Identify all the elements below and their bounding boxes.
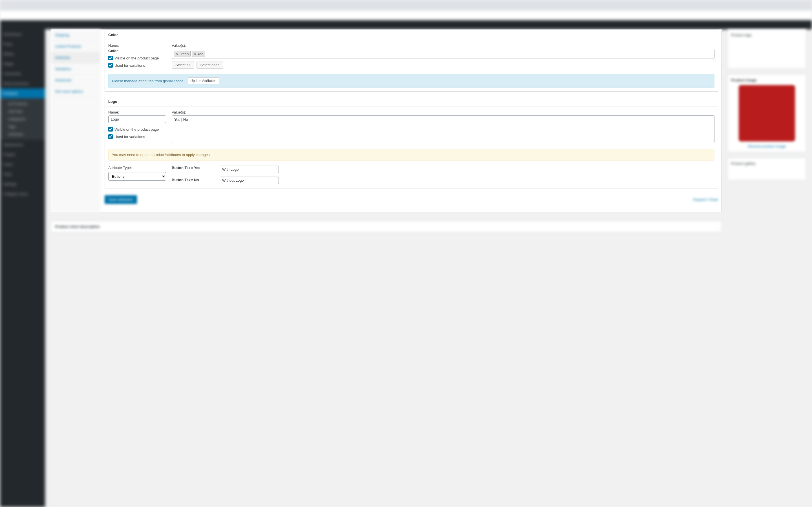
tag-red[interactable]: ×Red xyxy=(192,51,205,57)
select-all-button[interactable]: Select all xyxy=(172,61,194,69)
logo-variations-label: Used for variations xyxy=(114,135,145,139)
color-visible-label: Visible on the product page xyxy=(114,56,159,60)
color-values-label: Value(s): xyxy=(172,43,714,48)
btn-text-no-label: Button Text: No xyxy=(172,178,214,182)
logo-visible-label: Visible on the product page xyxy=(114,127,159,131)
attribute-logo-title[interactable]: Logo xyxy=(105,97,718,107)
tag-green[interactable]: ×Green xyxy=(174,51,191,57)
logo-values-textarea[interactable] xyxy=(172,115,714,143)
btn-text-yes-label: Button Text: Yes xyxy=(172,166,214,170)
logo-visible-checkbox[interactable] xyxy=(108,127,113,131)
logo-name-input[interactable] xyxy=(108,115,166,123)
color-visible-checkbox[interactable] xyxy=(108,56,113,60)
btn-text-yes-input[interactable] xyxy=(220,166,279,173)
logo-name-label: Name: xyxy=(108,110,166,114)
color-info-message: Please manage attributes from global sco… xyxy=(112,79,185,83)
color-info-box: Please manage attributes from global sco… xyxy=(108,74,714,88)
color-name-value: Color xyxy=(108,49,166,53)
short-description-box[interactable]: Product short description xyxy=(51,221,722,232)
attribute-type-select[interactable]: Buttons xyxy=(108,172,166,180)
tag-remove-icon[interactable]: × xyxy=(194,52,196,56)
color-variations-label: Used for variations xyxy=(114,63,145,68)
select-none-button[interactable]: Select none xyxy=(197,61,223,69)
logo-warn-box: You may need to update product/attribute… xyxy=(108,149,714,161)
expand-close-link[interactable]: Expand / Close xyxy=(693,198,718,202)
save-attributes-button[interactable]: Save attributes xyxy=(105,195,137,204)
btn-text-no-input[interactable] xyxy=(220,177,279,184)
type-label: Attribute Type: xyxy=(108,166,166,170)
color-variations-checkbox[interactable] xyxy=(108,63,113,68)
logo-variations-checkbox[interactable] xyxy=(108,134,113,139)
attribute-logo-block: Logo Name: Visible on the product page xyxy=(105,97,718,188)
attribute-color-title[interactable]: Color xyxy=(105,30,718,40)
logo-values-label: Value(s): xyxy=(172,110,714,114)
color-values-input[interactable]: ×Green ×Red xyxy=(172,49,714,59)
attribute-color-block: Color Name: Color Visible on the product… xyxy=(105,30,718,92)
tag-remove-icon[interactable]: × xyxy=(175,52,178,56)
update-attributes-button[interactable]: Update Attributes xyxy=(187,77,219,84)
color-name-label: Name: xyxy=(108,43,166,48)
